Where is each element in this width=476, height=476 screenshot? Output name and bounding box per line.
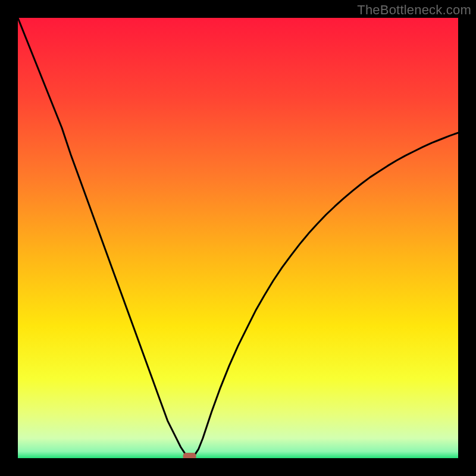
plot-area [18,18,458,458]
chart-frame: TheBottleneck.com [0,0,476,476]
chart-svg [18,18,458,458]
min-marker [183,453,196,458]
watermark-label: TheBottleneck.com [357,2,471,18]
gradient-bg [18,18,458,458]
